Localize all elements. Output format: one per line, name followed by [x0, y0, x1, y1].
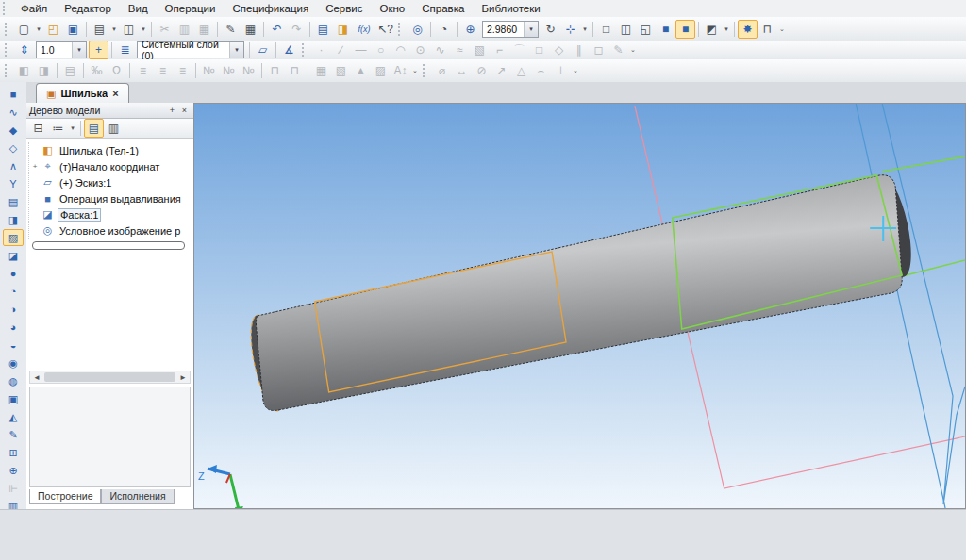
hide-all-objects-button[interactable]: ✸ — [738, 20, 758, 39]
hatch-grid-button[interactable]: ▧ — [331, 61, 351, 80]
spatial-curves-button[interactable]: ∿ — [3, 104, 24, 121]
dimension-overflow[interactable]: ⌄ — [571, 62, 580, 79]
rebuild-button[interactable]: ↻ — [541, 20, 560, 39]
save-button[interactable]: ▣ — [63, 20, 83, 39]
menu-operations[interactable]: Операции — [157, 2, 225, 15]
align-bottom-button[interactable]: ≡ — [173, 61, 192, 80]
viewport-3d[interactable]: Z Y — [193, 103, 966, 509]
view-copy-button[interactable]: ◨ — [34, 61, 54, 80]
sketch-button[interactable]: ▨ — [3, 229, 24, 246]
viewport-canvas[interactable]: Z Y — [194, 104, 965, 508]
contour-tool[interactable]: ◻ — [589, 41, 608, 59]
document-scale-icon[interactable]: ⇕ — [14, 41, 34, 59]
layout-button[interactable]: ▱ — [253, 41, 273, 59]
zoom-frame-button[interactable]: ◎ — [408, 20, 427, 39]
revolve-button[interactable]: ● — [3, 265, 24, 282]
orientation-button[interactable]: ⊹ — [560, 20, 580, 39]
dense-grid-button[interactable]: ▨ — [371, 61, 391, 80]
copy-button[interactable]: ▥ — [175, 20, 194, 39]
display-hidden-removed-button[interactable]: ◫ — [616, 20, 636, 39]
tree-horizontal-scrollbar[interactable]: ◄ ► — [29, 371, 191, 384]
sketch-edit-button[interactable]: ✎ — [3, 426, 24, 443]
zoom-combo[interactable]: 2.9860 ▾ — [482, 21, 539, 38]
loft-button[interactable]: ◑ — [3, 301, 24, 318]
menu-editor[interactable]: Редактор — [56, 2, 120, 15]
tab-executions[interactable]: Исполнения — [101, 489, 174, 504]
new-dropdown[interactable]: ▾ — [34, 21, 43, 38]
reports-button[interactable]: ◨ — [3, 211, 24, 228]
menu-file[interactable]: Файл — [12, 2, 56, 15]
segment-tool[interactable]: ― — [351, 41, 371, 59]
polygon-tool[interactable]: ◇ — [549, 41, 569, 59]
fx-button[interactable]: f(x) — [353, 20, 375, 39]
toolbar-overflow[interactable]: ⌄ — [777, 21, 787, 38]
display-shaded-button[interactable]: ■ — [656, 20, 675, 39]
menu-libraries[interactable]: Библиотеки — [473, 2, 548, 15]
tree-expander[interactable]: + — [29, 162, 41, 171]
tree-item-chamfer[interactable]: ◪ Фаска:1 — [29, 206, 192, 222]
table-button[interactable]: ▦ — [241, 20, 260, 39]
views-overflow[interactable]: ⌄ — [410, 62, 420, 79]
tree-item-extrusion[interactable]: ■ Операция выдавливания — [29, 190, 192, 206]
scrollbar-thumb[interactable] — [44, 372, 175, 382]
spline-tool[interactable]: ∿ — [430, 41, 450, 59]
shell-button[interactable]: ▣ — [3, 390, 24, 407]
auto-dimension-button[interactable]: ⌀ — [432, 61, 452, 80]
numbered-1-button[interactable]: № — [199, 61, 219, 80]
condition-button[interactable]: ⊩ — [3, 480, 24, 497]
scale-combo[interactable]: 1.0 ▾ — [36, 41, 87, 58]
incline-button[interactable]: ◭ — [3, 408, 24, 425]
cut-button[interactable]: ✂ — [155, 20, 175, 39]
align-mid-button[interactable]: ≡ — [153, 61, 173, 80]
tree-item-part[interactable]: ◧ Шпилька (Тел-1) — [29, 142, 192, 158]
scale-percent-button[interactable]: ‰ — [87, 61, 107, 80]
close-icon[interactable]: × — [178, 106, 191, 115]
kinematic-button[interactable]: ◔ — [3, 283, 24, 300]
specification-button[interactable]: ▤ — [3, 193, 24, 210]
display-hidden-thin-button[interactable]: ◱ — [636, 20, 656, 39]
pencil-tool[interactable]: ✎ — [608, 41, 628, 59]
paste-button[interactable]: ▦ — [194, 20, 214, 39]
triangle-button[interactable]: ▲ — [351, 61, 371, 80]
rectangle-tool[interactable]: □ — [529, 41, 549, 59]
section-dropdown[interactable]: ▾ — [722, 21, 731, 38]
menu-window[interactable]: Окно — [372, 2, 414, 15]
radial-dimension-button[interactable]: ↗ — [491, 61, 511, 80]
diameter-dimension-button[interactable]: ⊘ — [472, 61, 491, 80]
view-from-model-button[interactable]: ▤ — [60, 61, 80, 80]
hole-button[interactable]: ◉ — [3, 354, 24, 371]
preview-button[interactable]: ◫ — [119, 20, 139, 39]
pin-2-button[interactable]: ⊓ — [285, 61, 305, 80]
print-button[interactable]: ▤ — [90, 20, 109, 39]
axis-button[interactable]: ⊕ — [3, 462, 24, 479]
point-tool[interactable]: · — [311, 41, 331, 59]
section-view-button[interactable]: ◩ — [702, 20, 722, 39]
angle-button[interactable]: ∡ — [279, 41, 299, 59]
tree-additional-button[interactable]: ▥ — [104, 119, 124, 138]
tab-construction[interactable]: Построение — [29, 489, 101, 504]
filters-button[interactable]: Y — [3, 175, 24, 192]
fillet-button[interactable]: ◒ — [3, 337, 24, 354]
menu-view[interactable]: Вид — [120, 2, 157, 15]
rib-button[interactable]: ◍ — [3, 372, 24, 389]
new-document-button[interactable]: ▢ — [14, 20, 34, 39]
new-view-button[interactable]: ◧ — [14, 61, 34, 80]
document-tab-shpilka[interactable]: ▣ Шпилька × — [36, 83, 129, 103]
align-top-button[interactable]: ≡ — [133, 61, 153, 80]
menu-specification[interactable]: Спецификация — [224, 2, 317, 15]
arc-tool[interactable]: ◠ — [391, 41, 410, 59]
plane-button[interactable]: ⊞ — [3, 444, 24, 461]
edit-part-button[interactable]: ■ — [3, 86, 24, 103]
circle-tool[interactable]: ○ — [371, 41, 391, 59]
tree-composition-dropdown[interactable]: ▾ — [68, 120, 77, 137]
numbered-3-button[interactable]: № — [239, 61, 258, 80]
print-dropdown[interactable]: ▾ — [109, 21, 119, 38]
measure-button[interactable]: ∧ — [3, 157, 24, 174]
ellipse-tool[interactable]: ⊙ — [410, 41, 430, 59]
chamfer-button[interactable]: ◕ — [3, 319, 24, 336]
close-icon[interactable]: × — [112, 88, 118, 99]
undo-button[interactable]: ↶ — [267, 20, 287, 39]
chevron-down-icon[interactable]: ▾ — [524, 22, 538, 37]
height-dimension-button[interactable]: ⊥ — [551, 61, 571, 80]
scroll-right-icon[interactable]: ► — [176, 373, 190, 382]
